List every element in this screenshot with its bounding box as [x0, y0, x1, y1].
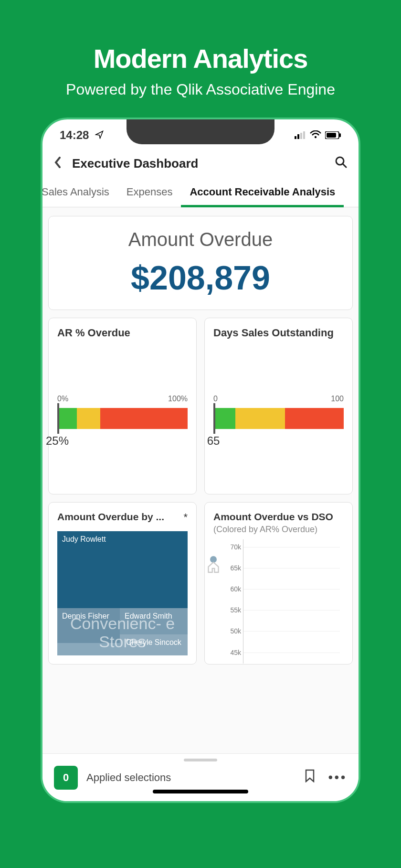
cellular-icon [295, 129, 306, 142]
svg-point-4 [315, 136, 317, 138]
kpi-value: $208,879 [61, 259, 340, 297]
y-tick: 45k [217, 649, 241, 656]
back-button[interactable] [54, 156, 62, 171]
gauge-value: 65 [207, 434, 220, 448]
chart-title: Amount Overdue vs DSO [213, 511, 344, 523]
chart-footnote-icon: * [183, 511, 188, 524]
bottom-bar: 0 Applied selections ••• [42, 753, 359, 801]
status-time-text: 14:28 [60, 129, 89, 141]
gauge-scale-max: 100 [331, 395, 344, 403]
page-title: Executive Dashboard [72, 156, 335, 171]
y-tick: 60k [217, 585, 241, 593]
gauge-scale-min: 0% [57, 395, 68, 403]
gauge-title: AR % Overdue [57, 327, 188, 339]
battery-icon [325, 129, 341, 142]
promo-title: Modern Analytics [10, 43, 391, 74]
treemap-box[interactable]: Judy Rowlett [57, 531, 188, 608]
gauge-dso[interactable]: Days Sales Outstanding 0 100 65 [204, 318, 353, 494]
scatter-amount-overdue-vs-dso[interactable]: Amount Overdue vs DSO (Colored by AR% Ov… [204, 502, 353, 664]
svg-rect-1 [297, 134, 299, 139]
svg-rect-2 [300, 133, 302, 139]
selection-label[interactable]: Applied selections [86, 772, 291, 784]
svg-rect-6 [327, 133, 336, 138]
more-button[interactable]: ••• [328, 770, 347, 785]
y-tick: 50k [217, 627, 241, 635]
content-area[interactable]: Amount Overdue $208,879 AR % Overdue 0% … [42, 207, 359, 771]
drag-handle[interactable] [184, 759, 217, 761]
kpi-amount-overdue[interactable]: Amount Overdue $208,879 [48, 216, 353, 310]
treemap-amount-overdue-by[interactable]: * Amount Overdue by ... Judy Rowlett Den… [48, 502, 197, 664]
kpi-title: Amount Overdue [61, 229, 340, 250]
y-tick: 65k [217, 564, 241, 572]
svg-rect-3 [303, 131, 305, 139]
gauge-ar-pct-overdue[interactable]: AR % Overdue 0% 100% 25% [48, 318, 197, 494]
app-navbar: Executive Dashboard [42, 147, 359, 182]
treemap-box[interactable]: Dennis Fisher [57, 608, 120, 643]
gauge-pointer [57, 403, 59, 434]
gauge-bar [57, 408, 188, 429]
promo-subtitle: Powered by the Qlik Associative Engine [10, 81, 391, 98]
treemap-box[interactable]: Edward Smith [120, 608, 188, 634]
tab-account-receivable[interactable]: Account Receivable Analysis [181, 182, 344, 207]
treemap-area[interactable]: Judy Rowlett Dennis Fisher Edward Smith … [57, 531, 188, 655]
gauge-bar [213, 408, 344, 429]
tabs: Sales Analysis Expenses Account Receivab… [42, 182, 359, 207]
device-frame: 14:28 [41, 118, 360, 803]
bookmark-button[interactable] [305, 769, 315, 786]
tab-expenses[interactable]: Expenses [118, 182, 181, 207]
device-notch [127, 119, 274, 144]
gauge-pointer [213, 403, 215, 434]
svg-line-9 [343, 164, 346, 167]
gauge-scale-min: 0 [213, 395, 218, 403]
home-icon[interactable] [207, 561, 220, 578]
chart-title: Amount Overdue by ... [57, 511, 188, 523]
tab-sales-analysis[interactable]: Sales Analysis [41, 182, 118, 207]
treemap-box[interactable]: Cheryle Sincock [120, 634, 188, 655]
y-tick: 70k [217, 543, 241, 551]
svg-rect-0 [295, 136, 296, 139]
y-tick: 55k [217, 606, 241, 614]
gauge-title: Days Sales Outstanding [213, 327, 344, 339]
gauge-value: 25% [46, 434, 69, 448]
status-time: 14:28 [60, 129, 104, 142]
home-indicator[interactable] [153, 790, 248, 793]
location-icon [95, 129, 104, 141]
selection-count-badge[interactable]: 0 [54, 766, 78, 790]
search-button[interactable] [335, 156, 347, 171]
gauge-scale-max: 100% [168, 395, 188, 403]
chart-subtitle: (Colored by AR% Overdue) [213, 525, 344, 535]
svg-rect-7 [339, 133, 341, 137]
scatter-plot[interactable]: 70k 65k 60k 55k 50k 45k [213, 539, 344, 664]
wifi-icon [310, 129, 321, 142]
